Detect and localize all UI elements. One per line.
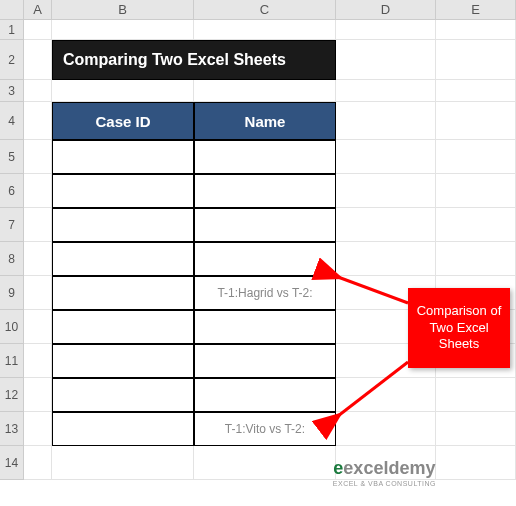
cell-e5[interactable] bbox=[436, 140, 516, 174]
row-4: 4 Case ID Name bbox=[0, 102, 516, 140]
cell-b7[interactable] bbox=[52, 208, 194, 242]
callout-box: Comparison of Two Excel Sheets bbox=[408, 288, 510, 368]
row-3: 3 bbox=[0, 80, 516, 102]
cell-a12[interactable] bbox=[24, 378, 52, 412]
arrow-to-row9 bbox=[330, 275, 410, 305]
row-1: 1 bbox=[0, 20, 516, 40]
cell-b12[interactable] bbox=[52, 378, 194, 412]
cell-c11[interactable] bbox=[194, 344, 336, 378]
cell-a3[interactable] bbox=[24, 80, 52, 102]
cell-e3[interactable] bbox=[436, 80, 516, 102]
select-all-cell[interactable] bbox=[0, 0, 24, 19]
cell-d6[interactable] bbox=[336, 174, 436, 208]
cell-e2[interactable] bbox=[436, 40, 516, 80]
cell-e8[interactable] bbox=[436, 242, 516, 276]
row-6: 6 bbox=[0, 174, 516, 208]
cell-a8[interactable] bbox=[24, 242, 52, 276]
row-header-7[interactable]: 7 bbox=[0, 208, 24, 242]
logo: eexceldemy EXCEL & VBA CONSULTING bbox=[333, 459, 436, 488]
row-5: 5 bbox=[0, 140, 516, 174]
cell-b11[interactable] bbox=[52, 344, 194, 378]
cell-b9[interactable] bbox=[52, 276, 194, 310]
cell-e1[interactable] bbox=[436, 20, 516, 40]
row-header-14[interactable]: 14 bbox=[0, 446, 24, 480]
cell-c14[interactable] bbox=[194, 446, 336, 480]
cell-a2[interactable] bbox=[24, 40, 52, 80]
svg-line-3 bbox=[338, 362, 408, 416]
cell-e4[interactable] bbox=[436, 102, 516, 140]
svg-line-1 bbox=[338, 277, 408, 303]
row-8: 8 bbox=[0, 242, 516, 276]
row-header-1[interactable]: 1 bbox=[0, 20, 24, 40]
header-name[interactable]: Name bbox=[194, 102, 336, 140]
row-header-4[interactable]: 4 bbox=[0, 102, 24, 140]
cell-a11[interactable] bbox=[24, 344, 52, 378]
row-header-8[interactable]: 8 bbox=[0, 242, 24, 276]
row-header-13[interactable]: 13 bbox=[0, 412, 24, 446]
cell-c13[interactable]: T-1:Vito vs T-2: bbox=[194, 412, 336, 446]
row-header-11[interactable]: 11 bbox=[0, 344, 24, 378]
cell-e7[interactable] bbox=[436, 208, 516, 242]
cell-a7[interactable] bbox=[24, 208, 52, 242]
col-header-c[interactable]: C bbox=[194, 0, 336, 19]
logo-subtitle: EXCEL & VBA CONSULTING bbox=[333, 480, 436, 487]
cell-a14[interactable] bbox=[24, 446, 52, 480]
col-header-e[interactable]: E bbox=[436, 0, 516, 19]
cell-c12[interactable] bbox=[194, 378, 336, 412]
cell-b8[interactable] bbox=[52, 242, 194, 276]
cell-b3[interactable] bbox=[52, 80, 194, 102]
cell-c8[interactable] bbox=[194, 242, 336, 276]
cell-e14[interactable] bbox=[436, 446, 516, 480]
cell-d4[interactable] bbox=[336, 102, 436, 140]
cell-e13[interactable] bbox=[436, 412, 516, 446]
column-headers: A B C D E bbox=[0, 0, 516, 20]
cell-d7[interactable] bbox=[336, 208, 436, 242]
row-header-5[interactable]: 5 bbox=[0, 140, 24, 174]
cell-d1[interactable] bbox=[336, 20, 436, 40]
row-header-10[interactable]: 10 bbox=[0, 310, 24, 344]
title-cell[interactable]: Comparing Two Excel Sheets bbox=[52, 40, 336, 80]
row-header-9[interactable]: 9 bbox=[0, 276, 24, 310]
cell-a10[interactable] bbox=[24, 310, 52, 344]
row-7: 7 bbox=[0, 208, 516, 242]
row-header-3[interactable]: 3 bbox=[0, 80, 24, 102]
cell-d2[interactable] bbox=[336, 40, 436, 80]
cell-c1[interactable] bbox=[194, 20, 336, 40]
col-header-a[interactable]: A bbox=[24, 0, 52, 19]
cell-b14[interactable] bbox=[52, 446, 194, 480]
cell-b1[interactable] bbox=[52, 20, 194, 40]
cell-d5[interactable] bbox=[336, 140, 436, 174]
cell-c10[interactable] bbox=[194, 310, 336, 344]
cell-c9[interactable]: T-1:Hagrid vs T-2: bbox=[194, 276, 336, 310]
cell-b10[interactable] bbox=[52, 310, 194, 344]
cell-b13[interactable] bbox=[52, 412, 194, 446]
row-12: 12 bbox=[0, 378, 516, 412]
arrow-to-row13 bbox=[330, 360, 410, 420]
cell-a1[interactable] bbox=[24, 20, 52, 40]
cell-a4[interactable] bbox=[24, 102, 52, 140]
row-header-2[interactable]: 2 bbox=[0, 40, 24, 80]
cell-a9[interactable] bbox=[24, 276, 52, 310]
spreadsheet: A B C D E 1 2 Comparing Two Excel Sheets… bbox=[0, 0, 516, 480]
col-header-b[interactable]: B bbox=[52, 0, 194, 19]
cell-d8[interactable] bbox=[336, 242, 436, 276]
cell-d3[interactable] bbox=[336, 80, 436, 102]
cell-c3[interactable] bbox=[194, 80, 336, 102]
col-header-d[interactable]: D bbox=[336, 0, 436, 19]
row-2: 2 Comparing Two Excel Sheets bbox=[0, 40, 516, 80]
cell-a5[interactable] bbox=[24, 140, 52, 174]
cell-b6[interactable] bbox=[52, 174, 194, 208]
row-header-6[interactable]: 6 bbox=[0, 174, 24, 208]
cell-c6[interactable] bbox=[194, 174, 336, 208]
cell-c5[interactable] bbox=[194, 140, 336, 174]
logo-text: eexceldemy bbox=[333, 458, 435, 478]
row-14: 14 bbox=[0, 446, 516, 480]
cell-b5[interactable] bbox=[52, 140, 194, 174]
row-header-12[interactable]: 12 bbox=[0, 378, 24, 412]
header-case-id[interactable]: Case ID bbox=[52, 102, 194, 140]
cell-c7[interactable] bbox=[194, 208, 336, 242]
cell-a13[interactable] bbox=[24, 412, 52, 446]
cell-e6[interactable] bbox=[436, 174, 516, 208]
cell-a6[interactable] bbox=[24, 174, 52, 208]
cell-e12[interactable] bbox=[436, 378, 516, 412]
